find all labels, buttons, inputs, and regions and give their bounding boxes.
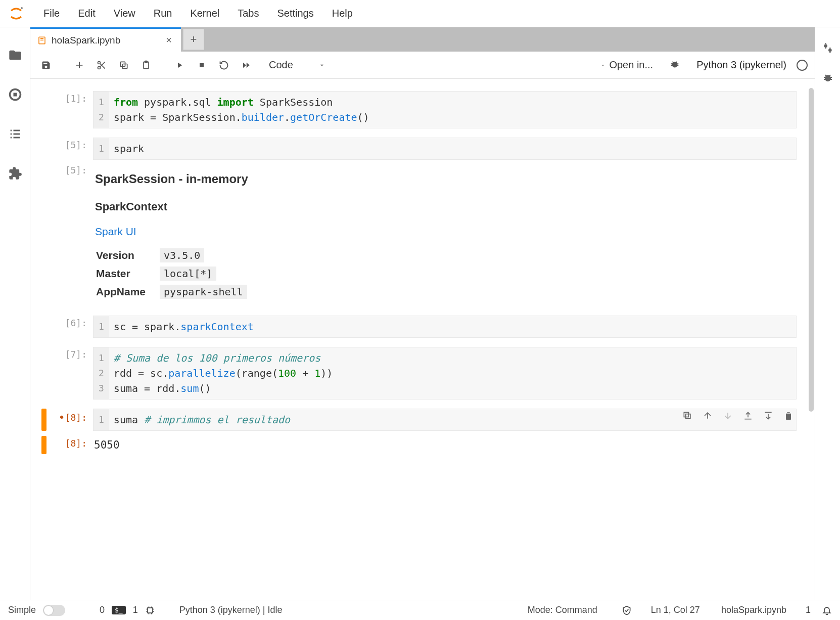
new-tab-button[interactable]: +	[183, 29, 204, 50]
menu-run[interactable]: Run	[145, 3, 181, 24]
tab-title: holaSpark.ipynb	[52, 35, 120, 46]
output-subheading: SparkContext	[95, 200, 795, 213]
prompt-in-6: [6]:	[51, 316, 93, 338]
menu-tabs[interactable]: Tabs	[228, 3, 268, 24]
svg-rect-19	[686, 414, 690, 419]
insert-above-icon[interactable]	[743, 411, 753, 421]
bell-icon[interactable]	[822, 605, 832, 615]
trusted-icon[interactable]	[622, 605, 632, 615]
caret-down-icon	[600, 62, 606, 68]
kv-val: local[*]	[160, 267, 216, 281]
status-count: 1	[806, 605, 811, 615]
scrollbar[interactable]	[809, 88, 814, 412]
menu-help[interactable]: Help	[323, 3, 362, 24]
menu-edit[interactable]: Edit	[69, 3, 104, 24]
code-cell-3[interactable]: 1 sc = spark.sparkContext	[93, 316, 797, 338]
folder-icon[interactable]	[8, 48, 23, 63]
prompt-in-5: [5]:	[51, 138, 93, 160]
simple-label: Simple	[8, 605, 36, 615]
status-file[interactable]: holaSpark.ipynb	[721, 605, 786, 615]
svg-point-28	[828, 49, 832, 52]
svg-rect-18	[200, 63, 204, 67]
prompt-in-1: [1]:	[51, 91, 93, 128]
notebook-toolbar: + Code	[30, 52, 815, 79]
main-menu: File Edit View Run Kernel Tabs Settings …	[34, 3, 362, 24]
move-down-icon[interactable]	[723, 411, 733, 421]
run-all-icon[interactable]	[238, 57, 255, 74]
kv-key: Version	[96, 247, 159, 264]
move-up-icon[interactable]	[703, 411, 713, 421]
jupyter-logo-icon	[7, 5, 25, 23]
menu-view[interactable]: View	[105, 3, 145, 24]
cell-type-label: Code	[269, 59, 293, 71]
kernel-chip-icon[interactable]	[145, 605, 155, 615]
add-cell-icon[interactable]: +	[71, 57, 88, 74]
duplicate-cell-icon[interactable]	[682, 411, 692, 421]
dirty-indicator-icon: •	[58, 411, 65, 424]
svg-rect-20	[684, 412, 688, 417]
run-icon[interactable]	[171, 57, 188, 74]
prompt-in-8: •[8]:	[51, 409, 93, 431]
debugger-icon[interactable]	[666, 57, 683, 74]
status-zero: 0	[100, 605, 105, 615]
code-cell-4[interactable]: 123 # Suma de los 100 primeros números r…	[93, 347, 797, 400]
output-5050: 5050	[93, 436, 797, 454]
kernel-status-icon[interactable]	[797, 60, 808, 71]
svg-rect-29	[148, 608, 153, 613]
output-sparksession: SparkSession - in-memory SparkContext Sp…	[93, 163, 797, 313]
code-cell-1[interactable]: 12 from pyspark.sql import SparkSession …	[93, 91, 797, 128]
open-in-label: Open in...	[609, 59, 653, 71]
menu-settings[interactable]: Settings	[268, 3, 322, 24]
cell-type-select[interactable]: Code	[266, 57, 329, 73]
status-bar: Simple 0 $_ 1 Python 3 (ipykernel) | Idl…	[0, 600, 840, 620]
save-icon[interactable]	[37, 57, 55, 74]
svg-rect-2	[13, 93, 17, 97]
close-icon[interactable]: ×	[166, 34, 172, 46]
status-mode: Mode: Command	[528, 605, 597, 615]
menu-kernel[interactable]: Kernel	[181, 3, 228, 24]
extensions-icon[interactable]	[8, 166, 23, 181]
kv-key: AppName	[96, 283, 159, 300]
prompt-out-8: [8]:	[51, 436, 93, 454]
restart-icon[interactable]	[215, 57, 232, 74]
debugger-panel-icon[interactable]	[822, 73, 834, 85]
kv-val: pyspark-shell	[160, 285, 247, 299]
status-lncol: Ln 1, Col 27	[651, 605, 700, 615]
svg-point-27	[824, 44, 827, 48]
kernel-name[interactable]: Python 3 (ipykernel)	[696, 59, 786, 71]
svg-rect-17	[145, 61, 148, 62]
chevron-down-icon	[318, 62, 325, 69]
running-icon[interactable]	[8, 87, 23, 102]
delete-cell-icon[interactable]	[783, 411, 794, 421]
gutter: 12	[94, 92, 109, 128]
open-in-button[interactable]: Open in...	[600, 59, 653, 71]
code-cell-2[interactable]: 1 spark	[93, 138, 797, 160]
tab-notebook[interactable]: holaSpark.ipynb ×	[30, 27, 181, 52]
cut-icon[interactable]	[93, 57, 110, 74]
status-kernel[interactable]: Python 3 (ipykernel) | Idle	[179, 605, 283, 615]
cell-toolbar	[682, 411, 794, 421]
insert-below-icon[interactable]	[763, 411, 773, 421]
prompt-in-7: [7]:	[51, 347, 93, 400]
toc-icon[interactable]	[8, 126, 23, 142]
spark-ui-link[interactable]: Spark UI	[95, 226, 136, 237]
simple-toggle[interactable]	[43, 605, 65, 616]
svg-point-0	[21, 7, 23, 9]
stop-icon[interactable]	[193, 57, 210, 74]
output-heading: SparkSession - in-memory	[95, 172, 795, 186]
status-one: 1	[133, 605, 138, 615]
paste-icon[interactable]	[137, 57, 155, 74]
left-sidebar	[0, 27, 30, 600]
kv-val: v3.5.0	[160, 248, 204, 262]
terminal-icon[interactable]: $_	[112, 606, 126, 614]
property-inspector-icon[interactable]	[821, 41, 834, 55]
notebook-icon	[37, 36, 46, 45]
kv-key: Master	[96, 265, 159, 282]
tab-bar: holaSpark.ipynb × +	[30, 27, 815, 52]
prompt-out-5: [5]:	[51, 163, 93, 313]
copy-icon[interactable]	[115, 57, 132, 74]
right-sidebar	[815, 27, 840, 600]
notebook-area[interactable]: [1]: 12 from pyspark.sql import SparkSes…	[30, 79, 815, 600]
menu-file[interactable]: File	[34, 3, 69, 24]
